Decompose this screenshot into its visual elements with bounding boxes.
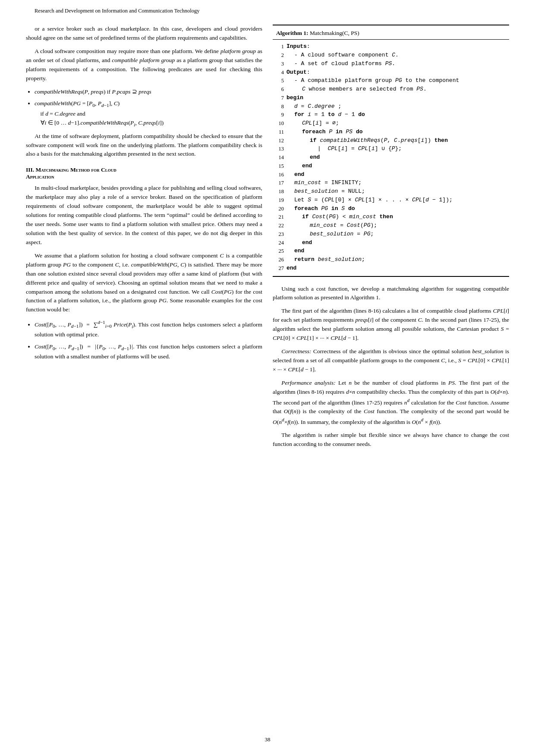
page-header: Research and Development on Information … [0,0,535,17]
algo-line-17: 17 min_cost = INFINITY; [273,179,509,187]
right-p2: The first part of the algorithm (lines 8… [273,307,509,343]
algo-line-5: 5 - A compatible platform group PG to th… [273,76,509,85]
algorithm-signature: Matchmaking(C, PS) [310,30,359,36]
algo-line-15: 15 end [273,162,509,170]
algo-line-27: 27 end [273,264,509,273]
algo-line-2: 2 - A cloud software component C. [273,51,509,60]
predicates-list: compatibleWithReqs(P, preqs) if P.pcaps … [35,88,262,129]
algorithm-body: 1 Inputs: 2 - A cloud software component… [273,41,509,273]
algorithm-box: Algorithm 1: Matchmaking(C, PS) 1 Inputs… [273,25,509,277]
section-heading-3: III. Matchmaking Method for CloudApplica… [26,166,262,180]
right-p4: Performance analysis: Let n be the numbe… [273,379,509,427]
algo-line-19: 19 Let S = (CPL[0] × CPL[1] × . . . × CP… [273,196,509,204]
algo-line-23: 23 best_solution = PG; [273,230,509,238]
algo-line-10: 10 CPL[i] = ∅; [273,119,509,128]
algo-line-16: 16 end [273,170,509,179]
page-number-text: 38 [265,736,271,743]
left-p4: In multi-cloud marketplace, besides prov… [26,184,262,247]
algo-line-25: 25 end [273,247,509,255]
cost-item-1: Cost([P0, …, Pd−1]) = ∑d−1i=0 Price(Pi).… [35,319,262,339]
algo-line-6: 6 C whose members are selected from PS. [273,85,509,94]
left-column: or a service broker such as cloud market… [26,25,262,453]
algo-line-14: 14 end [273,153,509,162]
algo-line-13: 13 | CPL[i] = CPL[i] ∪ {P}; [273,144,509,153]
cost-function-list: Cost([P0, …, Pd−1]) = ∑d−1i=0 Price(Pi).… [35,319,262,361]
algo-line-9: 9 for i = 1 to d − 1 do [273,110,509,119]
left-p1: or a service broker such as cloud market… [26,25,262,43]
algorithm-label: Algorithm 1: [276,30,308,36]
right-p1: Using such a cost function, we develop a… [273,285,509,303]
algo-line-21: 21 if Cost(PG) < min_cost then [273,213,509,221]
algo-line-26: 26 return best_solution; [273,255,509,264]
algo-line-4: 4 Output: [273,68,509,77]
algo-line-1: 1 Inputs: [273,42,509,51]
algo-line-3: 3 - A set of cloud platforms PS. [273,60,509,68]
algo-line-8: 8 d = C.degree ; [273,102,509,111]
cost-item-2: Cost([P0, …, Pd−1]) = |{P0, …, Pd−1}|. T… [35,342,262,361]
algo-line-11: 11 foreach P in PS do [273,128,509,136]
left-p5: We assume that a platform solution for h… [26,251,262,314]
algo-line-22: 22 min_cost = Cost(PG); [273,221,509,230]
algo-line-12: 12 if compatibleWithReqs(P, C.preqs[i]) … [273,136,509,145]
predicate-item-1: compatibleWithReqs(P, preqs) if P.pcaps … [35,88,262,97]
page-number: 38 [0,732,535,743]
header-title: Research and Development on Information … [35,8,199,14]
left-p2: A cloud software composition may require… [26,47,262,83]
predicate-item-2: compatibleWith(PG = [P0, Pd−1], C) if d … [35,99,262,128]
algorithm-title: Algorithm 1: Matchmaking(C, PS) [273,28,509,40]
left-p3: At the time of software deployment, plat… [26,132,262,159]
page-content: or a service broker such as cloud market… [0,17,535,466]
algo-line-18: 18 best_solution = NULL; [273,187,509,196]
algo-line-24: 24 end [273,238,509,247]
right-p3: Correctness: Correctness of the algorith… [273,347,509,374]
right-column: Algorithm 1: Matchmaking(C, PS) 1 Inputs… [273,25,509,453]
algo-line-7: 7 begin [273,94,509,102]
right-p5: The algorithm is rather simple but flexi… [273,431,509,449]
algo-line-20: 20 foreach PG in S do [273,204,509,213]
